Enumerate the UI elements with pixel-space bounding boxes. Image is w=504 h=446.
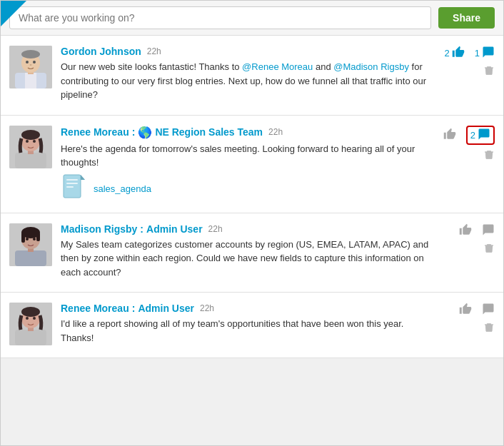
like-action[interactable]	[459, 223, 472, 238]
svg-rect-2	[25, 73, 36, 88]
attachment-icon	[61, 174, 88, 204]
svg-point-7	[33, 61, 36, 64]
feed-content: Madison Rigsby : Admin User22hMy Sales t…	[61, 223, 429, 284]
feed-header: Renee Moreau : 🌎NE Region Sales Team22h	[61, 126, 429, 139]
attachment: sales_agenda	[61, 174, 429, 204]
feed-author: Renee Moreau	[61, 126, 129, 138]
feed-header: Gordon Johnson22h	[61, 46, 429, 57]
svg-point-6	[26, 61, 29, 64]
feed-separator: :	[132, 126, 136, 138]
corner-decoration	[1, 1, 26, 26]
svg-rect-23	[15, 250, 46, 266]
svg-point-15	[33, 140, 36, 143]
svg-point-37	[33, 317, 36, 320]
svg-rect-10	[15, 153, 46, 168]
comment-count: 2	[470, 130, 475, 141]
feed-actions: 2 1	[438, 46, 495, 80]
app-container: Share Gordon Johnson22hOur new web site …	[0, 0, 504, 446]
feed-body: My Sales team categorizes customer accou…	[61, 238, 429, 280]
comment-count: 1	[475, 48, 480, 59]
delete-row	[483, 243, 495, 258]
feed-actions	[438, 223, 495, 258]
avatar	[9, 223, 52, 266]
comment-action[interactable]: 1	[475, 46, 495, 61]
feed-item: Gordon Johnson22hOur new web site looks …	[1, 36, 503, 116]
feed-actions	[438, 303, 495, 337]
svg-point-8	[30, 64, 32, 66]
feed-body: Here's the agenda for tomorrow's sales m…	[61, 142, 429, 170]
feed-separator: :	[132, 303, 136, 314]
delete-icon[interactable]	[483, 65, 495, 80]
search-input[interactable]	[9, 6, 431, 29]
like-action[interactable]: 2	[445, 46, 465, 61]
avatar	[9, 303, 52, 345]
feed-group: Admin User	[146, 223, 203, 235]
feed-item: Renee Moreau : 🌎NE Region Sales Team22hH…	[1, 116, 503, 213]
feed-author: Madison Rigsby	[61, 223, 137, 235]
feed-author: Gordon Johnson	[61, 46, 141, 57]
feed-body: Our new web site looks fantastic! Thanks…	[61, 60, 429, 102]
comment-icon	[482, 303, 495, 318]
comment-action[interactable]: 2	[466, 126, 495, 145]
svg-rect-17	[66, 179, 78, 181]
svg-point-36	[26, 317, 29, 320]
delete-row	[483, 65, 495, 80]
svg-marker-21	[81, 175, 85, 180]
feed-author: Renee Moreau	[61, 303, 129, 314]
svg-rect-18	[66, 183, 78, 184]
like-count: 2	[445, 48, 450, 59]
avatar	[9, 46, 52, 88]
svg-point-35	[21, 307, 40, 317]
group-icon: 🌎	[138, 126, 152, 139]
action-row	[459, 223, 495, 238]
feed-separator: :	[140, 223, 143, 235]
comment-icon	[482, 223, 495, 238]
delete-icon[interactable]	[483, 322, 495, 337]
feed-actions: 2	[438, 126, 495, 164]
delete-icon[interactable]	[483, 149, 495, 164]
feed-header: Madison Rigsby : Admin User22h	[61, 223, 429, 235]
feed-content: Renee Moreau : 🌎NE Region Sales Team22hH…	[61, 126, 429, 204]
top-bar: Share	[1, 1, 503, 36]
svg-rect-28	[36, 233, 40, 241]
svg-point-14	[26, 140, 29, 143]
svg-rect-27	[21, 233, 25, 243]
thumbs-up-icon	[452, 46, 465, 61]
avatar	[9, 126, 52, 168]
attachment-link[interactable]: sales_agenda	[94, 183, 151, 194]
comment-icon	[482, 46, 495, 61]
comment-icon	[478, 128, 490, 143]
delete-row	[483, 322, 495, 337]
feed-content: Renee Moreau : Admin User22hI'd like a r…	[61, 303, 429, 349]
svg-point-13	[21, 130, 40, 140]
like-action[interactable]	[459, 303, 472, 318]
feed-time: 22h	[147, 46, 161, 56]
feed-group: NE Region Sales Team	[155, 126, 263, 138]
svg-point-5	[21, 50, 40, 59]
like-action[interactable]	[443, 128, 456, 143]
feed-content: Gordon Johnson22hOur new web site looks …	[61, 46, 429, 106]
svg-point-30	[33, 238, 36, 240]
share-button[interactable]: Share	[438, 7, 495, 29]
thumbs-up-icon	[459, 223, 472, 238]
feed-item: Madison Rigsby : Admin User22hMy Sales t…	[1, 213, 503, 293]
thumbs-up-icon	[443, 128, 456, 143]
feed-time: 22h	[208, 224, 223, 234]
feed-item: Renee Moreau : Admin User22hI'd like a r…	[1, 293, 503, 358]
action-row	[459, 303, 495, 318]
action-row: 2	[443, 126, 495, 145]
delete-icon[interactable]	[483, 243, 495, 258]
comment-action[interactable]	[482, 303, 495, 318]
svg-point-29	[26, 238, 29, 240]
feed-header: Renee Moreau : Admin User22h	[61, 303, 429, 314]
feed-group: Admin User	[138, 303, 194, 314]
svg-rect-19	[66, 186, 74, 188]
feed-time: 22h	[200, 303, 214, 313]
thumbs-up-icon	[459, 303, 472, 318]
feed-time: 22h	[268, 127, 283, 137]
feed: Gordon Johnson22hOur new web site looks …	[1, 36, 503, 358]
action-row: 2 1	[445, 46, 495, 61]
comment-action[interactable]	[482, 223, 495, 238]
delete-row	[483, 149, 495, 164]
svg-rect-32	[15, 330, 46, 345]
